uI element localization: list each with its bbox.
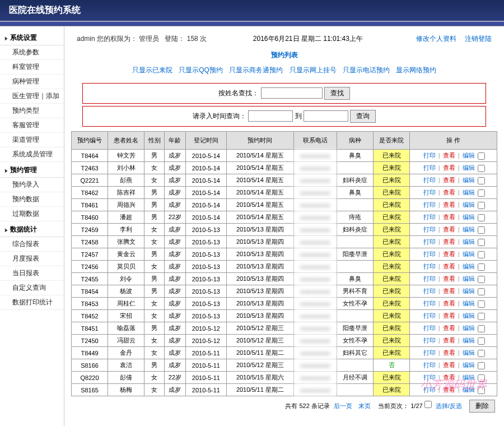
view-link[interactable]: 查看 bbox=[443, 362, 455, 368]
edit-link[interactable]: 编辑 bbox=[463, 275, 475, 282]
edit-link[interactable]: 编辑 bbox=[463, 325, 475, 331]
row-checkbox[interactable] bbox=[478, 263, 485, 271]
print-link[interactable]: 打印 bbox=[423, 349, 436, 356]
last-page-link[interactable]: 末页 bbox=[358, 402, 371, 409]
sidebar-item[interactable]: 客服管理 bbox=[0, 118, 64, 133]
row-checkbox[interactable] bbox=[478, 325, 485, 332]
sidebar-item[interactable]: 预约录入 bbox=[0, 178, 64, 192]
select-toggle-link[interactable]: 选择/反选 bbox=[436, 402, 462, 409]
view-link[interactable]: 查看 bbox=[443, 325, 455, 331]
print-link[interactable]: 打印 bbox=[423, 263, 436, 270]
sidebar-item[interactable]: 综合报表 bbox=[0, 237, 64, 252]
edit-link[interactable]: 编辑 bbox=[463, 238, 475, 245]
time-to-input[interactable] bbox=[304, 110, 348, 122]
view-link[interactable]: 查看 bbox=[443, 337, 455, 344]
print-link[interactable]: 打印 bbox=[423, 288, 436, 294]
sidebar-item[interactable]: 系统成员管理 bbox=[0, 147, 64, 162]
row-checkbox[interactable] bbox=[478, 251, 485, 258]
print-link[interactable]: 打印 bbox=[423, 300, 436, 307]
row-checkbox[interactable] bbox=[478, 276, 485, 283]
edit-link[interactable]: 编辑 bbox=[463, 362, 475, 368]
print-link[interactable]: 打印 bbox=[423, 362, 436, 368]
view-link[interactable]: 查看 bbox=[443, 263, 455, 270]
print-link[interactable]: 打印 bbox=[423, 214, 436, 220]
filter-link[interactable]: 只显示电话预约 bbox=[343, 66, 390, 74]
print-link[interactable]: 打印 bbox=[423, 325, 436, 331]
filter-link[interactable]: 只显示已来院 bbox=[132, 66, 172, 74]
view-link[interactable]: 查看 bbox=[443, 300, 455, 307]
edit-link[interactable]: 编辑 bbox=[463, 251, 475, 257]
edit-profile-link[interactable]: 修改个人资料 bbox=[416, 35, 456, 43]
print-link[interactable]: 打印 bbox=[423, 238, 436, 245]
sidebar-heading[interactable]: 数据统计 bbox=[0, 221, 64, 237]
view-link[interactable]: 查看 bbox=[443, 374, 455, 381]
row-checkbox[interactable] bbox=[478, 313, 485, 320]
filter-link[interactable]: 只显示网上挂号 bbox=[290, 66, 337, 74]
edit-link[interactable]: 编辑 bbox=[463, 349, 475, 356]
sidebar-item[interactable]: 预约类型 bbox=[0, 104, 64, 118]
sidebar-item[interactable]: 系统参数 bbox=[0, 45, 64, 60]
view-link[interactable]: 查看 bbox=[443, 164, 455, 171]
sidebar-item[interactable]: 预约数据 bbox=[0, 192, 64, 207]
edit-link[interactable]: 编辑 bbox=[463, 386, 475, 393]
sidebar-item[interactable]: 当日报表 bbox=[0, 266, 64, 281]
edit-link[interactable]: 编辑 bbox=[463, 312, 475, 319]
row-checkbox[interactable] bbox=[478, 350, 485, 357]
filter-link[interactable]: 只显示商务通预约 bbox=[229, 66, 283, 74]
row-checkbox[interactable] bbox=[478, 387, 485, 394]
row-checkbox[interactable] bbox=[478, 189, 485, 197]
row-checkbox[interactable] bbox=[478, 202, 485, 209]
print-link[interactable]: 打印 bbox=[423, 312, 436, 319]
time-from-input[interactable] bbox=[248, 110, 293, 122]
edit-link[interactable]: 编辑 bbox=[463, 177, 475, 183]
row-checkbox[interactable] bbox=[478, 288, 485, 295]
view-link[interactable]: 查看 bbox=[443, 238, 455, 245]
edit-link[interactable]: 编辑 bbox=[463, 201, 475, 208]
view-link[interactable]: 查看 bbox=[443, 177, 455, 183]
row-checkbox[interactable] bbox=[478, 337, 485, 345]
sidebar-item[interactable]: 病种管理 bbox=[0, 75, 64, 89]
sidebar-heading[interactable]: 系统设置 bbox=[0, 30, 64, 45]
print-link[interactable]: 打印 bbox=[423, 226, 436, 233]
row-checkbox[interactable] bbox=[478, 374, 485, 382]
row-checkbox[interactable] bbox=[478, 165, 485, 172]
sidebar-item[interactable]: 数据打印统计 bbox=[0, 295, 64, 310]
edit-link[interactable]: 编辑 bbox=[463, 300, 475, 307]
sidebar-item[interactable]: 自定义查询 bbox=[0, 281, 64, 295]
print-link[interactable]: 打印 bbox=[423, 177, 436, 183]
print-link[interactable]: 打印 bbox=[423, 337, 436, 344]
view-link[interactable]: 查看 bbox=[443, 201, 455, 208]
edit-link[interactable]: 编辑 bbox=[463, 152, 475, 159]
sidebar-item[interactable]: 渠道管理 bbox=[0, 133, 64, 147]
row-checkbox[interactable] bbox=[478, 152, 485, 160]
select-all-checkbox[interactable] bbox=[424, 401, 432, 408]
view-link[interactable]: 查看 bbox=[443, 386, 455, 393]
filter-link[interactable]: 显示网络预约 bbox=[396, 66, 436, 74]
print-link[interactable]: 打印 bbox=[423, 251, 436, 257]
edit-link[interactable]: 编辑 bbox=[463, 288, 475, 294]
print-link[interactable]: 打印 bbox=[423, 386, 436, 393]
sidebar-item[interactable]: 医生管理｜添加 bbox=[0, 89, 64, 104]
sidebar-heading[interactable]: 预约管理 bbox=[0, 162, 64, 178]
edit-link[interactable]: 编辑 bbox=[463, 189, 475, 196]
print-link[interactable]: 打印 bbox=[423, 164, 436, 171]
edit-link[interactable]: 编辑 bbox=[463, 263, 475, 270]
sidebar-item[interactable]: 月度报表 bbox=[0, 252, 64, 266]
row-checkbox[interactable] bbox=[478, 362, 485, 369]
edit-link[interactable]: 编辑 bbox=[463, 374, 475, 381]
search-name-button[interactable]: 查找 bbox=[324, 87, 350, 100]
print-link[interactable]: 打印 bbox=[423, 189, 436, 196]
edit-link[interactable]: 编辑 bbox=[463, 164, 475, 171]
sidebar-item[interactable]: 过期数据 bbox=[0, 207, 64, 221]
delete-button[interactable]: 删除 bbox=[469, 400, 495, 413]
next-page-link[interactable]: 后一页 bbox=[334, 402, 352, 409]
row-checkbox[interactable] bbox=[478, 226, 485, 234]
edit-link[interactable]: 编辑 bbox=[463, 214, 475, 220]
print-link[interactable]: 打印 bbox=[423, 275, 436, 282]
sidebar-item[interactable]: 科室管理 bbox=[0, 60, 64, 75]
row-checkbox[interactable] bbox=[478, 239, 485, 246]
edit-link[interactable]: 编辑 bbox=[463, 226, 475, 233]
print-link[interactable]: 打印 bbox=[423, 374, 436, 381]
row-checkbox[interactable] bbox=[478, 214, 485, 221]
view-link[interactable]: 查看 bbox=[443, 312, 455, 319]
